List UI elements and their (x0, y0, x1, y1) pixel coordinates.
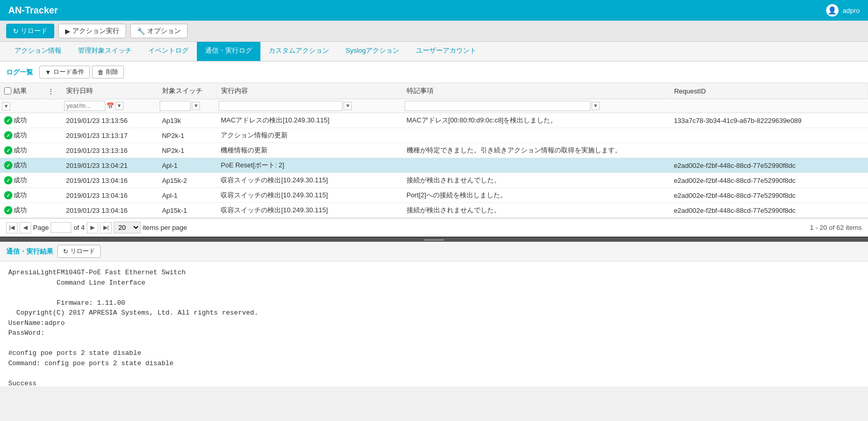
main-content: ログ一覧 ▼ ロード条件 🗑 削除 結果 ⋮ (0, 61, 868, 238)
switch-filter-icon[interactable]: ▼ (192, 102, 200, 110)
table-row[interactable]: ✓ 成功 2019/01/23 13:13:16 NP2k-1 機種情報の更新 … (0, 143, 868, 158)
success-icon: ✓ (4, 161, 12, 169)
splitter-handle (424, 239, 444, 241)
splitter[interactable] (0, 238, 868, 242)
cell-reqid (670, 143, 867, 158)
wrench-icon: 🔧 (137, 27, 145, 35)
cell-action: 収容スイッチの検出[10.249.30.115] (216, 173, 402, 188)
tab-syslog-action[interactable]: Syslogアクション (337, 42, 408, 61)
filter-result: ▼ (0, 99, 43, 113)
datetime-filter-icon[interactable]: ▼ (115, 102, 123, 110)
action-execute-button[interactable]: ▶ アクション実行 (58, 24, 126, 38)
notes-filter-icon[interactable]: ▼ (592, 102, 600, 110)
cell-menu (43, 128, 62, 143)
col-header-switch: 対象スイッチ (158, 83, 216, 99)
cell-result: ✓ 成功 (0, 113, 43, 128)
table-row[interactable]: ✓ 成功 2019/01/23 13:04:16 Ap15k-2 収容スイッチの… (0, 173, 868, 188)
first-page-button[interactable]: |◀ (6, 222, 18, 233)
bottom-reload-button[interactable]: ↻ リロード (57, 245, 101, 258)
table-row[interactable]: ✓ 成功 2019/01/23 13:13:56 Ap13k MACアドレスの検… (0, 113, 868, 128)
cell-datetime: 2019/01/23 13:13:16 (62, 143, 158, 158)
cell-datetime: 2019/01/23 13:04:21 (62, 158, 158, 173)
table-row[interactable]: ✓ 成功 2019/01/23 13:13:17 NP2k-1 アクション情報の… (0, 128, 868, 143)
tab-action-info[interactable]: アクション情報 (6, 42, 70, 61)
success-icon: ✓ (4, 176, 12, 184)
success-icon: ✓ (4, 191, 12, 199)
filter-datetime: 📅 ▼ (62, 99, 158, 113)
last-page-button[interactable]: ▶| (100, 222, 112, 233)
result-text: 成功 (13, 191, 27, 200)
cell-datetime: 2019/01/23 13:04:16 (62, 203, 158, 218)
cell-datetime: 2019/01/23 13:04:16 (62, 188, 158, 203)
cell-reqid: 133a7c78-3b34-41c9-a67b-82229639e089 (670, 113, 867, 128)
cell-notes: MACアドレス[00:80:f0:d9:0c:c8]を検出しました。 (402, 113, 670, 128)
load-condition-button[interactable]: ▼ ロード条件 (39, 66, 90, 79)
cell-notes: Port[2]への接続を検出しました。 (402, 188, 670, 203)
table-row[interactable]: ✓ 成功 2019/01/23 13:04:21 Apl-1 PoE Reset… (0, 158, 868, 173)
cell-menu (43, 203, 62, 218)
cell-action: PoE Reset[ポート: 2] (216, 158, 402, 173)
cell-action: 収容スイッチの検出[10.249.30.115] (216, 188, 402, 203)
table-row[interactable]: ✓ 成功 2019/01/23 13:04:16 Ap15k-1 収容スイッチの… (0, 203, 868, 218)
header-right: 👤 adpro (826, 4, 860, 17)
action-filter-icon[interactable]: ▼ (344, 102, 352, 110)
reload-icon: ↻ (13, 27, 19, 35)
cell-datetime: 2019/01/23 13:13:56 (62, 113, 158, 128)
notes-filter-input[interactable] (405, 101, 591, 111)
bottom-panel-content: ApresiaLightFM104GT-PoE Fast Ethernet Sw… (0, 261, 868, 386)
cell-result: ✓ 成功 (0, 158, 43, 173)
trash-icon: 🗑 (98, 69, 104, 76)
cell-switch: Ap15k-1 (158, 203, 216, 218)
prev-page-button[interactable]: ◀ (20, 222, 31, 233)
cell-action: アクション情報の更新 (216, 128, 402, 143)
cell-reqid: e2ad002e-f2bf-448c-88cd-77e52990f8dc (670, 173, 867, 188)
page-input[interactable]: 1 (51, 222, 71, 233)
action-filter-input[interactable] (219, 101, 343, 111)
log-table-container: 結果 ⋮ 実行日時 対象スイッチ 実行内容 (0, 83, 868, 219)
log-list-label: ログ一覧 (6, 68, 33, 77)
cell-action: 機種情報の更新 (216, 143, 402, 158)
items-per-page-select[interactable]: 20 50 100 (114, 222, 141, 233)
bottom-panel-header: 通信・実行結果 ↻ リロード (0, 242, 868, 261)
cell-switch: Ap15k-2 (158, 173, 216, 188)
select-all-checkbox[interactable] (4, 87, 11, 95)
user-icon: 👤 (826, 4, 839, 17)
result-filter-icon[interactable]: ▼ (2, 102, 10, 111)
tab-managed-switch[interactable]: 管理対象スイッチ (70, 42, 140, 61)
result-text: 成功 (13, 116, 27, 125)
tab-event-log[interactable]: イベントログ (140, 42, 197, 61)
calendar-icon[interactable]: 📅 (106, 102, 114, 110)
success-icon: ✓ (4, 131, 12, 139)
cell-reqid (670, 128, 867, 143)
delete-button[interactable]: 🗑 削除 (92, 66, 124, 79)
tab-comm-log[interactable]: 通信・実行ログ (197, 42, 260, 61)
app-header: AN-Tracker 👤 adpro (0, 0, 868, 21)
filter-action: ▼ (216, 99, 402, 113)
tab-user-account[interactable]: ユーザーアカウント (408, 42, 485, 61)
datetime-filter-input[interactable] (64, 101, 105, 111)
cell-switch: Apl-1 (158, 158, 216, 173)
success-icon: ✓ (4, 116, 12, 124)
bottom-panel-title: 通信・実行結果 (6, 247, 53, 256)
col-header-action: 実行内容 (216, 83, 402, 99)
bottom-panel: 通信・実行結果 ↻ リロード ApresiaLightFM104GT-PoE F… (0, 242, 868, 386)
cell-switch: Apl-1 (158, 188, 216, 203)
col-header-datetime: 実行日時 (62, 83, 158, 99)
cell-menu (43, 113, 62, 128)
option-button[interactable]: 🔧 オプション (130, 24, 188, 38)
table-row[interactable]: ✓ 成功 2019/01/23 13:04:16 Apl-1 収容スイッチの検出… (0, 188, 868, 203)
next-page-button[interactable]: ▶ (87, 222, 98, 233)
cell-result: ✓ 成功 (0, 188, 43, 203)
switch-filter-input[interactable] (160, 101, 191, 111)
cell-notes (402, 128, 670, 143)
cell-menu (43, 173, 62, 188)
cell-notes: 機種が特定できました。引き続きアクション情報の取得を実施します。 (402, 143, 670, 158)
bottom-reload-icon: ↻ (63, 248, 68, 255)
pagination-bar: |◀ ◀ Page 1 of 4 ▶ ▶| 20 50 100 items pe… (0, 219, 868, 238)
reload-button[interactable]: ↻ リロード (6, 24, 54, 38)
cell-menu (43, 188, 62, 203)
items-per-page-label: items per page (143, 224, 187, 231)
cell-action: 収容スイッチの検出[10.249.30.115] (216, 203, 402, 218)
cell-datetime: 2019/01/23 13:13:17 (62, 128, 158, 143)
tab-custom-action[interactable]: カスタムアクション (260, 42, 337, 61)
